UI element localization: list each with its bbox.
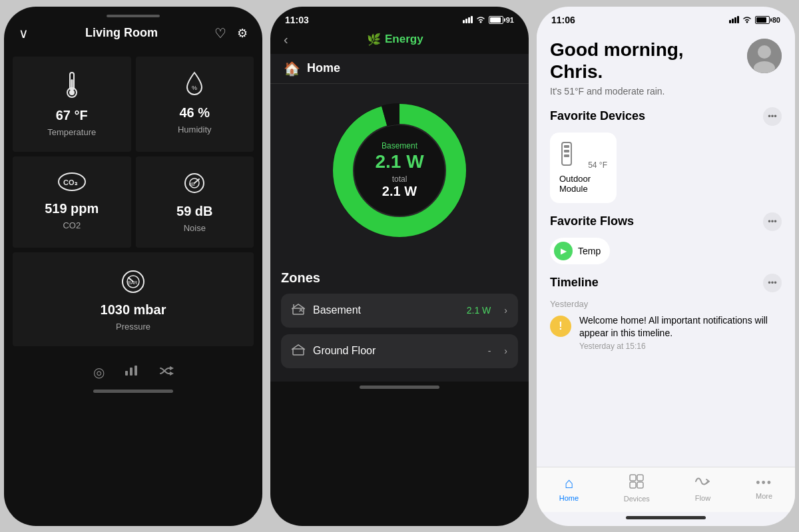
svg-rect-17 (134, 366, 137, 376)
svg-text:%: % (192, 85, 197, 91)
flow-chips: ▶ Temp (550, 238, 782, 274)
temperature-cell: 67 °F Temperature (13, 57, 131, 152)
pressure-icon: BAR (117, 267, 150, 298)
svg-text:dB: dB (189, 182, 195, 186)
more-nav-label: More (756, 492, 772, 500)
outdoor-module-card[interactable]: 54 °F OutdoorModule (550, 133, 617, 203)
devices-nav-icon (629, 474, 644, 493)
donut-center: Basement 2.1 W total 2.1 W (375, 141, 423, 200)
outdoor-temp: 54 °F (588, 160, 607, 170)
time-2: 11:03 (285, 15, 309, 25)
greeting-name: Good morning, Chris. (550, 39, 684, 83)
svg-rect-2 (71, 79, 73, 91)
timeline-section: Timeline ••• Yesterday ! Welcome home! A… (550, 274, 782, 351)
home-nav-label: Home (559, 494, 579, 502)
timeline-more[interactable]: ••• (763, 274, 782, 292)
status-icons-2: 91 (463, 15, 514, 25)
svg-rect-34 (564, 150, 569, 152)
leaf-icon: 🌿 (367, 33, 381, 47)
more-nav-icon: ••• (756, 476, 772, 490)
bottom-nav: ⌂ Home Devices (537, 467, 795, 512)
total-label: total (375, 174, 423, 184)
humidity-value: 46 % (179, 105, 210, 121)
module-icon (559, 142, 574, 170)
wifi-icon-3 (742, 15, 752, 25)
chart-icon[interactable] (125, 364, 139, 380)
greeting-section: Good morning, Chris. It's 51°F and moder… (550, 39, 782, 97)
pressure-value: 1030 mbar (101, 302, 166, 318)
nav-devices[interactable]: Devices (624, 474, 650, 503)
nav-flow[interactable]: Flow (694, 475, 710, 502)
battery-icon-3 (755, 16, 770, 24)
sensor-grid: 67 °F Temperature % 46 % Humidity (4, 49, 262, 354)
svg-rect-33 (564, 145, 569, 148)
main-watt-value: 2.1 W (375, 152, 423, 172)
zone-ground-floor[interactable]: Ground Floor - › (281, 334, 518, 368)
zone-basement-chevron: › (504, 305, 507, 316)
humidity-label: Humidity (178, 125, 212, 134)
svg-text:BAR: BAR (128, 280, 137, 285)
avatar[interactable] (747, 39, 782, 73)
timeline-message: Welcome home! All important notification… (579, 314, 782, 340)
favorite-devices-more[interactable]: ••• (763, 107, 782, 126)
total-value: 2.1 W (375, 184, 423, 199)
zone-ground-floor-chevron: › (504, 346, 507, 356)
status-bar-3: 11:06 80 (537, 7, 795, 28)
svg-rect-16 (130, 368, 133, 376)
thermometer-icon (63, 71, 81, 104)
ground-floor-icon (292, 344, 305, 359)
zone-ground-floor-name: Ground Floor (313, 345, 480, 357)
nav-more[interactable]: ••• More (756, 476, 772, 500)
heart-icon[interactable]: ♡ (214, 25, 226, 41)
svg-rect-27 (293, 349, 304, 355)
weather-subtitle: It's 51°F and moderate rain. (550, 86, 684, 97)
signal-icon (463, 16, 473, 23)
devices-nav-label: Devices (624, 495, 650, 503)
settings-icon[interactable]: ⚙ (237, 26, 248, 41)
greeting-text: Good morning, Chris. It's 51°F and moder… (550, 39, 684, 97)
house-icon: 🏠 (284, 61, 300, 77)
noise-icon: dB (182, 171, 207, 200)
svg-rect-35 (564, 154, 569, 157)
energy-title: 🌿 Energy (367, 33, 423, 47)
basement-icon (292, 303, 305, 318)
zone-basement-name: Basement (313, 304, 459, 316)
battery-pct-3: 80 (772, 16, 780, 24)
home-content: Good morning, Chris. It's 51°F and moder… (537, 28, 795, 467)
temp-flow-chip[interactable]: ▶ Temp (550, 238, 610, 264)
svg-rect-38 (630, 482, 636, 488)
battery-pct-2: 91 (506, 16, 514, 24)
noise-cell: dB 59 dB Noise (136, 156, 254, 248)
svg-text:CO₂: CO₂ (63, 178, 78, 186)
svg-rect-15 (125, 371, 128, 376)
shuffle-icon[interactable] (159, 364, 174, 380)
favorite-flows-more[interactable]: ••• (763, 212, 782, 231)
back-icon[interactable]: ‹ (284, 32, 288, 47)
phone-energy: 11:03 (270, 7, 529, 526)
flow-play-icon: ▶ (554, 242, 573, 260)
timeline-item: ! Welcome home! All important notificati… (550, 314, 782, 351)
zones-section: Zones Basement 2.1 W › (270, 257, 529, 382)
status-bar-2: 11:03 (270, 7, 529, 28)
favorite-devices-header: Favorite Devices ••• (550, 107, 782, 126)
status-icons-3: 80 (729, 15, 780, 25)
device-cards: 54 °F OutdoorModule (550, 133, 782, 212)
zones-title: Zones (281, 270, 518, 286)
nav-home[interactable]: ⌂ Home (559, 475, 579, 502)
noise-label: Noise (184, 223, 206, 233)
timeline-header: Timeline ••• (550, 274, 782, 292)
donut-wrapper: Basement 2.1 W total 2.1 W (326, 97, 473, 244)
status-bar-1 (4, 7, 262, 20)
co2-cell: CO₂ 519 ppm CO2 (13, 156, 131, 248)
energy-donut: Basement 2.1 W total 2.1 W (270, 84, 529, 257)
living-room-header: ∨ Living Room ♡ ⚙ (4, 20, 262, 49)
battery-icon-2 (489, 16, 503, 24)
pressure-label: Pressure (116, 322, 150, 332)
chevron-down-icon[interactable]: ∨ (19, 25, 29, 41)
zone-basement[interactable]: Basement 2.1 W › (281, 294, 518, 328)
gauge-icon[interactable]: ◎ (93, 364, 105, 380)
co2-value: 519 ppm (45, 201, 99, 216)
home-label: Home (307, 61, 340, 75)
home-indicator-3 (537, 512, 795, 526)
temperature-value: 67 °F (56, 108, 88, 123)
